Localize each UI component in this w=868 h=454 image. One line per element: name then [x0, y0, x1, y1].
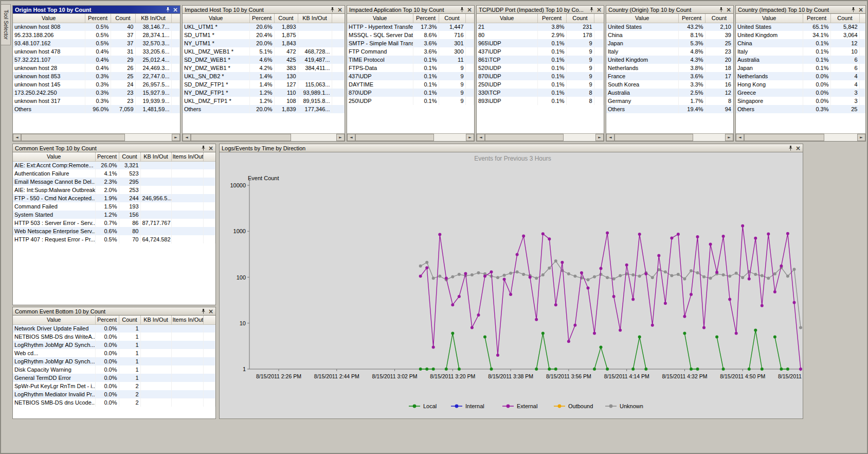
table-row[interactable]: Australia2.5%12 — [606, 89, 733, 97]
table-row[interactable]: General TermDD Error0.0%1 — [13, 374, 215, 382]
table-row[interactable]: 173.250.242.2500.3%2315,927.9... — [13, 89, 180, 97]
close-icon[interactable]: × — [858, 7, 863, 12]
scroll-thumb[interactable] — [614, 134, 693, 141]
scroll-left-button[interactable]: ◄ — [606, 134, 614, 141]
table-row[interactable]: SD_DMZ_WEB1 *4.6%425419,487... — [183, 56, 345, 64]
pin-icon[interactable] — [719, 7, 724, 12]
table-row[interactable]: AIE: Ext:Accnt Comp:Remote...26.0%3,321 — [13, 161, 215, 169]
panel-titlebar[interactable]: TCP\UDP Port (Impacted) Top 10 by Co... … — [477, 6, 604, 14]
column-header[interactable]: Value — [13, 14, 85, 23]
column-header[interactable]: Count — [119, 152, 140, 161]
column-header[interactable]: Value — [183, 14, 249, 23]
table-row[interactable]: 965\UDP0.1%9 — [477, 39, 604, 47]
table-row[interactable]: 330\TCP0.1%8 — [477, 89, 604, 97]
scroll-left-button[interactable]: ◄ — [347, 134, 355, 141]
table-row[interactable]: SD_DMZ_FTP1 *1.4%127115,063... — [183, 80, 345, 89]
column-header[interactable]: Percent — [249, 14, 274, 23]
column-header[interactable]: Percent — [678, 14, 705, 23]
table-row[interactable]: Italy4.8%23 — [606, 47, 733, 56]
table-row[interactable]: 250\UDP0.1%9 — [347, 97, 474, 105]
table-row[interactable]: Australia0.1%6 — [736, 56, 865, 64]
table-row[interactable]: unknown host 8530.3%2522,747.0... — [13, 72, 180, 80]
column-header[interactable]: Value — [13, 152, 95, 161]
table-row[interactable]: South Korea3.3%16 — [606, 80, 733, 89]
column-header[interactable]: KB In/Out — [298, 14, 332, 23]
table-row[interactable]: 437\UDP0.1%9 — [347, 72, 474, 80]
table-row[interactable]: UKL_DMZ_FTP1 *1.2%10889,915.8... — [183, 97, 345, 105]
table-row[interactable]: LogRhythm JobMgr AD Synch...0.0%1 — [13, 341, 215, 349]
column-header[interactable]: Count — [705, 14, 733, 23]
column-header[interactable]: Percent — [95, 152, 119, 161]
column-header[interactable]: KB In/Out — [135, 14, 171, 23]
table-row[interactable]: United States43.2%2,10 — [606, 23, 733, 31]
table-row[interactable]: 861\TCP0.1%9 — [477, 56, 604, 64]
legend-item-external[interactable]: External — [502, 403, 537, 409]
column-header[interactable]: Value — [347, 14, 413, 23]
panel-titlebar[interactable]: Impacted Application Top 10 by Count × — [347, 6, 474, 14]
table-row[interactable]: Authentication Failure4.1%523 — [13, 169, 215, 178]
column-header[interactable]: Count — [566, 14, 594, 23]
table-row[interactable]: Netherlands0.0%4 — [736, 72, 865, 80]
scroll-thumb[interactable] — [485, 134, 564, 141]
scroll-thumb[interactable] — [21, 134, 125, 141]
table-row[interactable]: HTTP 503 : Server Error - Serv...0.7%868… — [13, 219, 215, 227]
scroll-thumb[interactable] — [744, 134, 824, 141]
table-row[interactable]: France3.6%17 — [606, 72, 733, 80]
panel-titlebar[interactable]: Common Event Bottom 10 by Count × — [13, 307, 215, 316]
tool-selector-tab[interactable]: Tool Selector — [1, 4, 11, 45]
horizontal-scrollbar[interactable]: ◄ ► — [736, 133, 865, 141]
column-header[interactable]: Count — [111, 14, 135, 23]
table-row[interactable]: United Kingdom4.3%20 — [606, 56, 733, 64]
table-row[interactable]: System Started1.2%156 — [13, 211, 215, 219]
table-row[interactable]: Netherlands3.8%18 — [606, 64, 733, 72]
table-row[interactable]: LogRhythm Mediator Invalid Pr...0.0%2 — [13, 390, 215, 398]
table-row[interactable]: LogRhythm JobMgr AD Synch...0.0%1 — [13, 357, 215, 365]
legend-item-unknown[interactable]: Unknown — [605, 403, 643, 409]
column-header[interactable]: Percent — [803, 14, 830, 23]
table-row[interactable]: Japan5.3%25 — [606, 39, 733, 47]
pin-icon[interactable] — [788, 146, 793, 151]
scroll-thumb[interactable] — [355, 134, 434, 141]
horizontal-scrollbar[interactable]: ◄ ► — [13, 133, 180, 141]
column-header[interactable]: Percent — [537, 14, 566, 23]
table-row[interactable]: Others20.0%1,839177,346... — [183, 105, 345, 113]
table-row[interactable]: NETBIOS SMB-DS dns Ucode...0.0%2 — [13, 398, 215, 407]
table-row[interactable]: Disk Capacity Warning0.0%1 — [13, 365, 215, 374]
table-row[interactable]: UKL_DMZ_WEB1 *5.1%472468,728... — [183, 47, 345, 56]
table-row[interactable]: Germany1.7%8 — [606, 97, 733, 105]
table-row[interactable]: 95.233.188.2060.5%3728,374.1... — [13, 31, 180, 39]
table-row[interactable]: Others0.3%25 — [736, 105, 865, 113]
table-row[interactable]: TIME Protocol0.1%11 — [347, 56, 474, 64]
close-icon[interactable]: × — [596, 7, 602, 12]
table-row[interactable]: unknown host 280.4%2624,469.3... — [13, 64, 180, 72]
close-icon[interactable]: × — [208, 146, 213, 151]
table-row[interactable]: AIE: Int:Susp:Malware Outbreak2.0%253 — [13, 186, 215, 194]
pin-icon[interactable] — [589, 7, 594, 12]
column-header[interactable]: Value — [606, 14, 678, 23]
table-row[interactable]: 520\UDP0.1%9 — [477, 64, 604, 72]
panel-titlebar[interactable]: Logs/Events by Time by Direction × — [220, 144, 803, 152]
table-row[interactable]: Hong Kong0.0%4 — [736, 80, 865, 89]
table-row[interactable]: SD_UTM1 *20.4%1,875 — [183, 31, 345, 39]
table-row[interactable]: 250\UDP0.1%9 — [477, 80, 604, 89]
table-row[interactable]: Japan0.1%6 — [736, 64, 865, 72]
table-row[interactable]: 870\UDP0.1%9 — [347, 89, 474, 97]
close-icon[interactable]: × — [467, 7, 472, 12]
pin-icon[interactable] — [460, 7, 464, 12]
table-row[interactable]: FTP - 550 - Cmd Not Accepted...1.9%24424… — [13, 194, 215, 202]
table-row[interactable]: Greece0.0%3 — [736, 89, 865, 97]
table-row[interactable]: FTP Command3.6%300 — [347, 47, 474, 56]
column-header[interactable]: Percent — [95, 316, 119, 324]
table-row[interactable]: NETBIOS SMB-DS dns WriteA...0.0%1 — [13, 333, 215, 341]
table-row[interactable]: China0.1%12 — [736, 39, 865, 47]
column-header[interactable]: Value — [13, 316, 95, 324]
table-row[interactable]: NY_DMZ_WEB1 *4.2%383384,411... — [183, 64, 345, 72]
table-row[interactable]: HTTP 407 : Request Error - Pr...0.5%7064… — [13, 235, 215, 243]
column-header[interactable]: Items In/Out — [171, 316, 203, 324]
table-row[interactable]: Email Message Cannot Be Del...2.3%295 — [13, 178, 215, 186]
horizontal-scrollbar[interactable]: ◄ ► — [606, 133, 733, 141]
table-row[interactable]: unknown host 8080.5%4038,146.7... — [13, 23, 180, 31]
legend-item-local[interactable]: Local — [409, 403, 437, 409]
column-header[interactable]: Percent — [85, 14, 111, 23]
table-row[interactable]: 213.8%231 — [477, 23, 604, 31]
